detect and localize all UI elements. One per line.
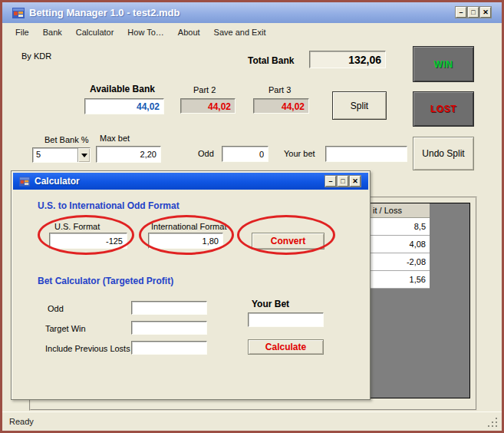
- undo-split-button[interactable]: Undo Split: [413, 137, 474, 170]
- status-text: Ready: [9, 417, 34, 426]
- calculate-button[interactable]: Calculate: [248, 339, 324, 355]
- calc-your-bet-label: Your Bet: [252, 299, 289, 309]
- lost-button[interactable]: LOST: [413, 91, 474, 127]
- menu-calculator[interactable]: Calculator: [69, 25, 121, 40]
- include-previous-losts-input[interactable]: [131, 341, 207, 355]
- win-button[interactable]: WIN: [413, 46, 474, 82]
- odd-label: Odd: [198, 149, 214, 158]
- part3-value: 44,02: [253, 98, 309, 114]
- your-bet-input[interactable]: [325, 146, 407, 162]
- include-previous-losts-label: Include Previous Losts: [45, 344, 130, 353]
- us-format-input[interactable]: [49, 233, 127, 249]
- bet-calc-section-heading: Bet Calculator (Targeted Profit): [38, 276, 173, 286]
- menu-about[interactable]: About: [171, 25, 207, 40]
- calculator-titlebar: Calculator – □ ✕: [13, 173, 368, 190]
- international-format-label: International Format: [151, 222, 226, 231]
- odd-input[interactable]: [222, 146, 268, 162]
- max-bet-label: Max bet: [100, 134, 130, 143]
- app-icon: [12, 8, 25, 18]
- bet-bank-pct-label: Bet Bank %: [44, 135, 88, 144]
- odds-section-heading: U.S. to International Odd Format: [38, 200, 180, 211]
- maximize-icon[interactable]: □: [468, 7, 479, 18]
- calc-odd-input[interactable]: [131, 301, 207, 315]
- total-bank-value: 132,06: [309, 51, 386, 68]
- resize-grip[interactable]: [487, 417, 498, 428]
- calculator-dialog-icon: [19, 177, 30, 187]
- convert-button[interactable]: Convert: [252, 233, 324, 250]
- your-bet-label: Your bet: [284, 149, 315, 158]
- chevron-down-icon[interactable]: [77, 148, 90, 162]
- menu-how-to[interactable]: How To…: [120, 25, 170, 40]
- author-label: By KDR: [21, 51, 51, 61]
- part2-value: 44,02: [180, 98, 236, 114]
- part3-label: Part 3: [268, 85, 291, 94]
- target-win-input[interactable]: [131, 321, 207, 335]
- available-bank-label: Available Bank: [90, 84, 155, 94]
- bet-bank-pct-value: 5: [33, 148, 77, 162]
- total-bank-label: Total Bank: [248, 55, 294, 66]
- calc-your-bet-input[interactable]: [248, 312, 324, 327]
- menu-bank[interactable]: Bank: [36, 25, 69, 40]
- menu-bar: File Bank Calculator How To… About Save …: [2, 23, 502, 41]
- max-bet-input[interactable]: [96, 146, 161, 163]
- calculator-dialog-title: Calculator: [35, 176, 80, 187]
- close-icon[interactable]: ✕: [480, 7, 491, 18]
- minimize-icon[interactable]: –: [456, 7, 466, 18]
- target-win-label: Target Win: [45, 324, 86, 333]
- menu-save-and-exit[interactable]: Save and Exit: [207, 25, 273, 40]
- betting-manager-window: Betting Manager 1.0 - test2.mdb – □ ✕ Fi…: [0, 0, 504, 433]
- status-bar: Ready: [2, 412, 502, 431]
- main-titlebar: Betting Manager 1.0 - test2.mdb – □ ✕: [2, 2, 502, 23]
- split-button[interactable]: Split: [332, 91, 387, 120]
- dialog-minimize-icon[interactable]: –: [325, 176, 336, 187]
- part2-label: Part 2: [193, 85, 216, 94]
- dialog-close-icon[interactable]: ✕: [350, 176, 361, 187]
- international-format-input[interactable]: [148, 233, 223, 249]
- us-format-label: U.S. Format: [54, 222, 100, 231]
- calculator-dialog: Calculator – □ ✕ U.S. to International O…: [11, 170, 371, 400]
- calc-odd-label: Odd: [48, 304, 64, 313]
- dialog-maximize-icon[interactable]: □: [338, 176, 348, 187]
- window-title: Betting Manager 1.0 - test2.mdb: [29, 7, 180, 18]
- available-bank-value: 44,02: [84, 98, 164, 114]
- bet-bank-pct-select[interactable]: 5: [32, 147, 91, 163]
- menu-file[interactable]: File: [8, 25, 36, 40]
